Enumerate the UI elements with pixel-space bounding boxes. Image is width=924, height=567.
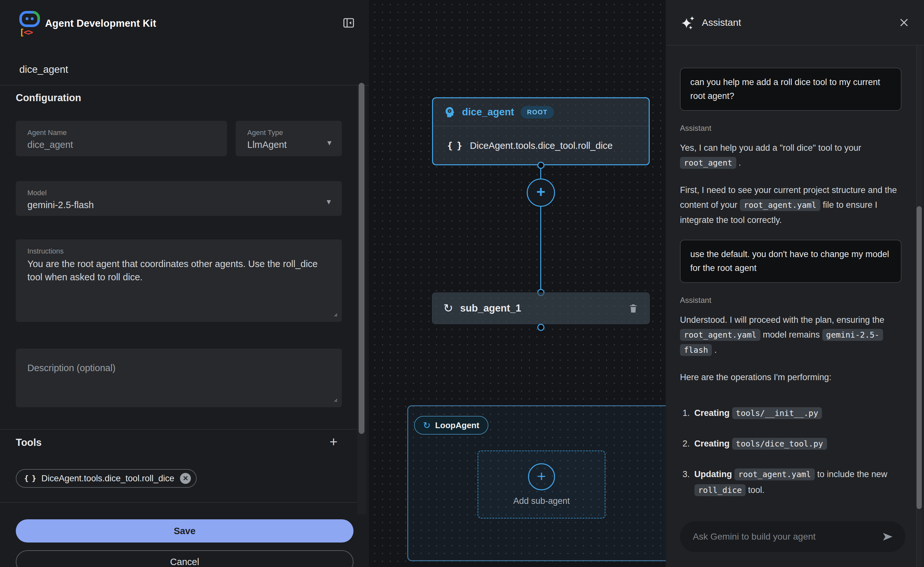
text-run: Understood. I will proceed with the plan… xyxy=(680,315,884,325)
braces-icon: { } xyxy=(24,474,36,483)
delete-sub-agent-icon[interactable] xyxy=(628,303,638,313)
tools-section-title: Tools xyxy=(16,437,42,448)
list-content: Updating root_agent.yaml to include the … xyxy=(694,466,902,498)
loop-icon: ↻ xyxy=(443,302,453,315)
instructions-value[interactable]: You are the root agent that coordinates … xyxy=(27,257,331,284)
description-placeholder: Description (optional) xyxy=(27,363,116,373)
configuration-panel: [<> Agent Development Kit dice_agent Con… xyxy=(0,0,369,567)
cancel-button[interactable]: Cancel xyxy=(16,550,354,567)
list-number: 3. xyxy=(680,466,690,498)
assistant-label: Assistant xyxy=(680,124,902,133)
assistant-paragraph: Yes, I can help you add a "roll dice" to… xyxy=(680,140,902,170)
divider xyxy=(0,502,357,502)
user-message: can you help me add a roll dice tool to … xyxy=(680,68,902,111)
inline-code-chip: root_agent.yaml xyxy=(680,329,760,341)
text-run: to include the new xyxy=(815,469,887,479)
collapse-panel-icon[interactable] xyxy=(341,15,356,30)
list-item: 1.Creating tools/__init__.py xyxy=(680,405,902,421)
selected-agent-title: dice_agent xyxy=(20,64,68,75)
chevron-down-icon: ▼ xyxy=(326,139,333,147)
add-tool-button[interactable]: + xyxy=(325,434,342,450)
list-number: 1. xyxy=(680,405,690,421)
ask-gemini-input[interactable]: Ask Gemini to build your agent xyxy=(680,521,905,552)
logo-brackets-glyphs: [<> xyxy=(20,27,32,37)
text-run: Here are the operations I'm performing: xyxy=(680,372,831,382)
text-run xyxy=(729,408,732,418)
loop-agent-group[interactable]: ↻ LoopAgent + Add sub-agent xyxy=(407,405,666,561)
text-run: tool. xyxy=(746,485,765,495)
inline-code-chip: roll_dice xyxy=(694,484,746,496)
instructions-textarea[interactable]: Instructions You are the root agent that… xyxy=(16,239,342,322)
agent-type-select[interactable]: Agent Type LlmAgent ▼ xyxy=(236,121,342,156)
inline-code-chip: root_agent.yaml xyxy=(734,468,815,480)
model-select[interactable]: Model gemini-2.5-flash ▼ xyxy=(16,181,342,216)
agent-graph-canvas[interactable]: dice_agent ROOT { } DiceAgent.tools.dice… xyxy=(369,0,666,567)
agent-development-kit-app: [<> Agent Development Kit dice_agent Con… xyxy=(0,0,924,567)
operations-list: 1.Creating tools/__init__.py2.Creating t… xyxy=(680,405,902,498)
chat-messages[interactable]: can you help me add a roll dice tool to … xyxy=(666,46,924,567)
assistant-scrollbar-thumb[interactable] xyxy=(916,206,922,509)
sparkle-icon xyxy=(681,15,695,30)
assistant-label: Assistant xyxy=(680,296,902,305)
list-item: 2.Creating tools/dice_tool.py xyxy=(680,436,902,452)
agent-name-value[interactable]: dice_agent xyxy=(27,140,73,150)
sub-agent-output-port[interactable] xyxy=(537,324,544,331)
loop-agent-badge-label: LoopAgent xyxy=(435,420,479,430)
remove-tool-icon[interactable]: ✕ xyxy=(180,473,191,484)
list-content: Creating tools/__init__.py xyxy=(694,405,902,421)
add-sub-agent-label: Add sub-agent xyxy=(513,496,570,506)
chevron-down-icon: ▼ xyxy=(325,198,332,206)
app-title: Agent Development Kit xyxy=(45,18,156,29)
robot-head-icon xyxy=(19,10,41,27)
loop-agent-badge[interactable]: ↻ LoopAgent xyxy=(414,416,488,435)
sub-agent-node[interactable]: ↻ sub_agent_1 xyxy=(432,293,650,324)
description-textarea[interactable]: Description (optional) xyxy=(16,349,342,407)
agent-name-field[interactable]: Agent Name dice_agent xyxy=(16,121,227,156)
divider xyxy=(0,85,369,86)
configuration-section-title: Configuration xyxy=(16,92,81,104)
assistant-panel: Assistant can you help me add a roll dic… xyxy=(666,0,924,567)
root-node-output-port[interactable] xyxy=(537,162,544,169)
resize-handle-icon[interactable] xyxy=(332,397,338,404)
root-node-title: dice_agent xyxy=(462,106,514,118)
sub-agent-title: sub_agent_1 xyxy=(460,302,521,314)
agent-type-value: LlmAgent xyxy=(247,140,287,150)
root-node-tool-row[interactable]: { } DiceAgent.tools.dice_tool.roll_dice xyxy=(433,126,649,165)
adk-robot-logo-icon: [<> xyxy=(19,10,41,38)
add-sub-agent-plus-icon[interactable]: + xyxy=(528,463,555,490)
text-run: . xyxy=(736,158,741,167)
bold-text: Updating xyxy=(694,469,732,479)
list-item: 3.Updating root_agent.yaml to include th… xyxy=(680,466,902,498)
plus-icon: + xyxy=(536,183,545,201)
root-badge: ROOT xyxy=(520,106,554,119)
user-message: use the default. you don't have to chang… xyxy=(680,240,902,283)
inline-code-chip: tools/dice_tool.py xyxy=(732,438,827,450)
bold-text: Creating xyxy=(694,439,730,448)
assistant-header: Assistant xyxy=(666,0,924,45)
send-icon[interactable] xyxy=(882,531,894,543)
inline-code-chip: root_agent.yaml xyxy=(740,199,820,211)
text-run xyxy=(729,439,732,448)
assistant-paragraph: First, I need to see your current projec… xyxy=(680,183,902,227)
root-agent-node[interactable]: dice_agent ROOT { } DiceAgent.tools.dice… xyxy=(432,97,650,165)
add-agent-on-edge-button[interactable]: + xyxy=(527,179,555,207)
tool-chip[interactable]: { } DiceAgent.tools.dice_tool.roll_dice … xyxy=(16,469,197,488)
resize-handle-icon[interactable] xyxy=(332,311,338,319)
close-icon[interactable] xyxy=(898,17,910,29)
text-run: model remains xyxy=(760,330,822,340)
list-number: 2. xyxy=(680,436,690,452)
add-sub-agent-dropzone[interactable]: + Add sub-agent xyxy=(477,450,606,519)
bold-text: Creating xyxy=(694,408,730,418)
text-run: . xyxy=(712,345,717,355)
root-node-header: dice_agent ROOT xyxy=(433,98,649,126)
save-button[interactable]: Save xyxy=(16,519,354,543)
tool-chip-label: DiceAgent.tools.dice_tool.roll_dice xyxy=(42,474,174,484)
model-label: Model xyxy=(27,189,46,197)
left-panel-scrollbar-thumb[interactable] xyxy=(358,83,364,434)
list-content: Creating tools/dice_tool.py xyxy=(694,436,902,452)
agent-type-label: Agent Type xyxy=(247,129,283,137)
inline-code-chip: root_agent xyxy=(680,157,736,169)
loop-icon: ↻ xyxy=(423,420,430,431)
plus-icon: + xyxy=(537,468,546,485)
braces-icon: { } xyxy=(447,140,462,151)
